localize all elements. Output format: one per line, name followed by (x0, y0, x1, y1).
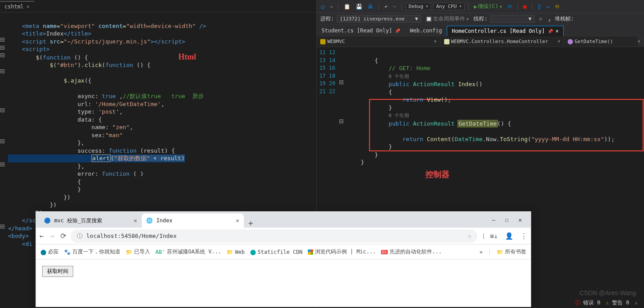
reload-icon[interactable]: ⟳ (60, 232, 66, 240)
profile-icon[interactable]: 👤 (505, 232, 513, 240)
fold-minus-icon[interactable]: − (0, 225, 4, 229)
pin-icon[interactable]: 📌 (395, 28, 400, 33)
get-time-button[interactable]: 获取时间 (42, 266, 73, 277)
fold-minus-icon[interactable]: − (0, 139, 4, 143)
save-icon[interactable]: 💾 (354, 3, 364, 11)
stop-debug-icon[interactable]: ■ (521, 3, 528, 11)
close-icon[interactable]: × (26, 4, 29, 10)
doc-tab-student[interactable]: Student.cs [Read Only]📌 (317, 25, 405, 36)
bookmark-bing[interactable]: ⬤必应 (40, 248, 59, 256)
minimize-icon[interactable]: — (492, 217, 496, 223)
new-tab-button[interactable]: + (244, 218, 258, 228)
flag-icon[interactable]: ⚐ (537, 15, 544, 23)
bookmark-baidu[interactable]: 🐾百度一下，你就知道 (64, 248, 120, 256)
browser-address-bar: ← → ⟳ ⓘ localhost:54586/Home/Index ☆ | ≡… (36, 228, 531, 245)
status-bar: ⓧ 错误 0 ⚠ 警告 0 ↓ (568, 297, 644, 308)
bookmarks-overflow[interactable]: » (480, 249, 483, 255)
platform-dropdown[interactable]: Any CPU▼ (433, 3, 465, 10)
html-annotation: Html (179, 52, 196, 61)
process-dropdown[interactable]: [12372] iisexpress.exe▼ (337, 15, 421, 23)
fold-minus-icon[interactable]: − (339, 80, 343, 84)
close-icon[interactable]: × (134, 217, 137, 224)
left-tab-bar: cshtml × (0, 0, 316, 12)
process-label: 进程: (320, 15, 334, 23)
nav-class-dropdown[interactable]: WEBMVC.Controllers.HomeController▼ (441, 38, 564, 45)
bookmark-oa[interactable]: AB'苏州诚隆OA系统 V... (155, 248, 221, 256)
warnings-indicator[interactable]: ⚠ 警告 0 (606, 299, 629, 307)
undo-icon[interactable]: ↶ (382, 3, 389, 11)
life-events-button[interactable]: 🔲 生命周期事件 ▾ (424, 14, 471, 24)
save-all-icon[interactable]: 🖶 (366, 3, 375, 11)
fold-gutter[interactable]: − − − − − − − − (0, 12, 5, 308)
controller-annotation: 控制器 (425, 169, 449, 180)
fold-minus-icon[interactable]: − (0, 69, 4, 73)
restart-icon[interactable]: ⟲ (553, 3, 561, 11)
nav-method-dropdown[interactable]: GetDateTime()▼ (564, 38, 644, 45)
fold-minus-icon[interactable]: − (0, 46, 4, 50)
fold-minus-icon[interactable]: − (0, 38, 4, 42)
step-icon[interactable]: ⇥ (545, 3, 551, 11)
nav-assembly-dropdown[interactable]: WEBMVC▼ (317, 38, 441, 45)
bookmarks-bar: ⬤必应 🐾百度一下，你就知道 📁已导入 AB'苏州诚隆OA系统 V... 📁We… (36, 245, 531, 260)
browser-tab-baidu[interactable]: 🔵mvc 校验_百度搜索× (40, 213, 142, 228)
bookmark-staticfile[interactable]: ⬤Staticfile CDN (250, 249, 302, 255)
method-icon (568, 39, 573, 44)
pin-icon[interactable]: 📌 (548, 29, 553, 34)
doc-tab-webconfig[interactable]: Web.config (405, 25, 447, 36)
stack-label: 堆栈帧: (555, 15, 574, 23)
doc-tab-homecontroller[interactable]: HomeController.cs [Read Only]📌× (447, 26, 564, 36)
refresh-icon[interactable]: ⟳ (506, 3, 514, 11)
bookmark-all[interactable]: 📁所有书签 (497, 248, 526, 256)
bookmark-folder-imported[interactable]: 📁已导入 (126, 248, 150, 256)
continue-button[interactable]: ▶ 继续(C) ▾ (472, 2, 504, 11)
thread-dropdown[interactable]: ▼ (490, 15, 535, 23)
close-icon[interactable]: ✕ (518, 217, 522, 223)
assembly-icon (320, 39, 326, 44)
info-icon[interactable]: ⓘ (77, 232, 83, 240)
fold-minus-icon[interactable]: − (339, 119, 343, 123)
errors-indicator[interactable]: ⓧ 错误 0 (575, 299, 600, 307)
bookmark-ui[interactable]: Ui先进的自动化软件... (381, 248, 442, 256)
back-icon[interactable]: ← (40, 232, 44, 240)
tab-label: cshtml (4, 4, 24, 10)
fold-minus-icon[interactable]: − (0, 162, 4, 166)
process-row: 进程: [12372] iisexpress.exe▼ 🔲 生命周期事件 ▾ 线… (317, 13, 644, 25)
fold-minus-icon[interactable]: − (0, 53, 4, 57)
close-icon[interactable]: × (556, 28, 559, 34)
warning-icon: ⚠ (606, 300, 609, 306)
left-file-tab[interactable]: cshtml × (0, 1, 34, 12)
star-icon[interactable]: ☆ (468, 233, 471, 239)
document-tabs: Student.cs [Read Only]📌 Web.config HomeC… (317, 25, 644, 36)
page-content: 获取时间 (36, 260, 531, 307)
menu-icon[interactable]: ⋮ (521, 232, 527, 240)
maximize-icon[interactable]: ☐ (505, 217, 509, 223)
close-icon[interactable]: × (236, 217, 239, 224)
bookmark-folder-web[interactable]: 📁Web (227, 249, 245, 255)
wrench-icon (444, 39, 449, 44)
browser-window: 🔵mvc 校验_百度搜索× 🌐Index× + — ☐ ✕ ← → ⟳ ⓘ lo… (36, 211, 531, 307)
forward-icon[interactable]: → (328, 3, 334, 11)
code-icon[interactable]: ᵪ (547, 15, 552, 23)
back-icon[interactable]: ◯ (319, 3, 326, 11)
watermark: CSDN @Ares-Wang (580, 289, 636, 296)
url-input[interactable]: ⓘ localhost:54586/Home/Index ☆ (71, 229, 477, 243)
redo-icon[interactable]: ↷ (391, 3, 398, 11)
fold-minus-icon[interactable]: − (0, 108, 4, 112)
new-project-icon[interactable]: 📋 (342, 3, 352, 11)
pause-icon[interactable]: ‖ (536, 3, 542, 11)
browser-tab-index[interactable]: 🌐Index× (142, 213, 244, 228)
nav-bar: WEBMVC▼ WEBMVC.Controllers.HomeControlle… (317, 36, 644, 47)
error-icon: ⓧ (575, 300, 580, 306)
browser-tab-strip: 🔵mvc 校验_百度搜索× 🌐Index× + — ☐ ✕ (36, 212, 531, 228)
extension-icon[interactable]: ≡↓ (490, 232, 498, 240)
thread-label: 线程: (473, 15, 487, 23)
debug-toolbar: ◯ → 📋 💾 🖶 ↶ ↷ Debug▼ Any CPU▼ ▶ 继续(C) ▾ … (317, 0, 644, 13)
bookmark-mscode[interactable]: 浏览代码示例 | Mic... (308, 248, 376, 256)
config-dropdown[interactable]: Debug▼ (405, 3, 431, 10)
forward-icon[interactable]: → (50, 232, 55, 240)
